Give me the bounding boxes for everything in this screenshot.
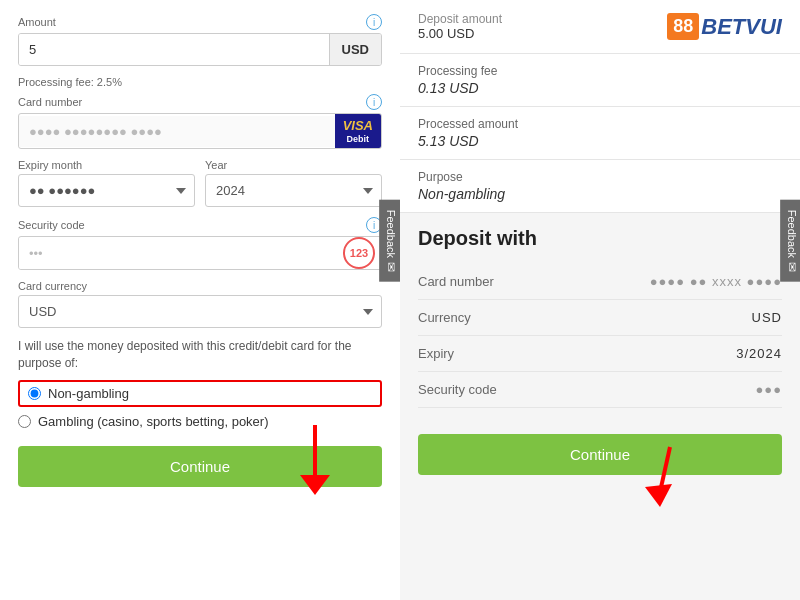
expiry-month-label: Expiry month bbox=[18, 159, 195, 171]
expiry-detail-label: Expiry bbox=[418, 346, 454, 361]
radio-non-gambling[interactable]: Non-gambling bbox=[18, 380, 382, 407]
expiry-year-group: Year 2024 bbox=[205, 159, 382, 207]
expiry-month-group: Expiry month ●● ●●●●●● bbox=[18, 159, 195, 207]
amount-info-icon[interactable]: i bbox=[366, 14, 382, 30]
processing-fee-value: 0.13 USD bbox=[418, 80, 782, 96]
security-code-detail-value: ●●● bbox=[755, 382, 782, 397]
cvv-icon: 123 bbox=[343, 237, 375, 269]
expiry-year-label: Year bbox=[205, 159, 382, 171]
envelope-icon-left: ✉ bbox=[384, 262, 398, 272]
expiry-year-select[interactable]: 2024 bbox=[205, 174, 382, 207]
arrow-down-right bbox=[640, 442, 690, 512]
right-header: Deposit amount 5.00 USD 88 BETVUI bbox=[400, 0, 800, 54]
card-input-row: VISA Debit bbox=[18, 113, 382, 149]
detail-card-number: Card number ●●●● ●● xxxx ●●●● bbox=[418, 264, 782, 300]
radio-non-gambling-label: Non-gambling bbox=[48, 386, 129, 401]
left-panel: Amount i USD Processing fee: 2.5% Card n… bbox=[0, 0, 400, 600]
detail-expiry: Expiry 3/2024 bbox=[418, 336, 782, 372]
security-code-input[interactable] bbox=[19, 238, 191, 269]
deposit-with-title: Deposit with bbox=[418, 227, 782, 250]
svg-marker-1 bbox=[300, 475, 330, 495]
card-currency-select[interactable]: USD bbox=[18, 295, 382, 328]
deposit-amount-label: Deposit amount bbox=[418, 12, 502, 26]
purpose-label: Purpose bbox=[418, 170, 782, 184]
envelope-icon-right: ✉ bbox=[785, 262, 799, 272]
right-continue-button[interactable]: Continue bbox=[418, 434, 782, 475]
processing-fee-text: Processing fee: 2.5% bbox=[18, 76, 382, 88]
feedback-label-right: Feedback bbox=[786, 210, 798, 258]
security-code-label: Security code bbox=[18, 219, 85, 231]
deposit-amount-value: 5.00 USD bbox=[418, 26, 502, 41]
feedback-label-left: Feedback bbox=[385, 210, 397, 258]
security-input-row: 123 bbox=[18, 236, 382, 270]
arrow-down-left bbox=[290, 420, 340, 500]
visa-badge: VISA Debit bbox=[335, 114, 381, 148]
amount-input[interactable] bbox=[19, 34, 329, 65]
purpose-value: Non-gambling bbox=[418, 186, 782, 202]
expiry-row: Expiry month ●● ●●●●●● Year 2024 bbox=[18, 159, 382, 207]
detail-security-code: Security code ●●● bbox=[418, 372, 782, 408]
currency-detail-value: USD bbox=[752, 310, 782, 325]
processing-fee-block: Processing fee 0.13 USD bbox=[400, 54, 800, 107]
card-currency-label: Card currency bbox=[18, 280, 382, 292]
security-code-label-row: Security code i bbox=[18, 217, 382, 233]
card-number-input[interactable] bbox=[19, 116, 335, 147]
amount-currency: USD bbox=[329, 34, 381, 65]
debit-text: Debit bbox=[347, 134, 370, 145]
radio-gambling-input[interactable] bbox=[18, 415, 31, 428]
detail-currency: Currency USD bbox=[418, 300, 782, 336]
svg-marker-3 bbox=[645, 484, 672, 507]
card-number-detail-label: Card number bbox=[418, 274, 494, 289]
expiry-month-select[interactable]: ●● ●●●●●● bbox=[18, 174, 195, 207]
feedback-tab-left[interactable]: Feedback ✉ bbox=[379, 200, 400, 282]
right-panel: Deposit amount 5.00 USD 88 BETVUI Proces… bbox=[400, 0, 800, 600]
logo-brand: BETVUI bbox=[701, 14, 782, 40]
currency-detail-label: Currency bbox=[418, 310, 471, 325]
radio-gambling-label: Gambling (casino, sports betting, poker) bbox=[38, 414, 269, 429]
security-code-detail-label: Security code bbox=[418, 382, 497, 397]
card-currency-group: Card currency USD bbox=[18, 280, 382, 328]
card-number-label-row: Card number i bbox=[18, 94, 382, 110]
purpose-block: Purpose Non-gambling bbox=[400, 160, 800, 213]
card-number-group: Card number i VISA Debit bbox=[18, 94, 382, 149]
deposit-with-section: Deposit with Card number ●●●● ●● xxxx ●●… bbox=[400, 213, 800, 422]
security-code-group: Security code i 123 bbox=[18, 217, 382, 270]
amount-input-row: USD bbox=[18, 33, 382, 66]
logo: 88 BETVUI bbox=[667, 13, 782, 40]
feedback-tab-right[interactable]: Feedback ✉ bbox=[780, 200, 800, 282]
card-info-icon[interactable]: i bbox=[366, 94, 382, 110]
visa-text: VISA bbox=[343, 118, 373, 134]
summary-block-header: Deposit amount 5.00 USD bbox=[418, 12, 502, 41]
amount-label: Amount i bbox=[18, 14, 382, 30]
processing-fee-label: Processing fee bbox=[418, 64, 782, 78]
logo-num: 88 bbox=[667, 13, 699, 40]
amount-group: Amount i USD bbox=[18, 14, 382, 66]
card-number-detail-value: ●●●● ●● xxxx ●●●● bbox=[650, 274, 782, 289]
processed-amount-block: Processed amount 5.13 USD bbox=[400, 107, 800, 160]
deposit-amount-summary: Deposit amount 5.00 USD bbox=[418, 12, 502, 41]
processed-amount-label: Processed amount bbox=[418, 117, 782, 131]
expiry-detail-value: 3/2024 bbox=[736, 346, 782, 361]
purpose-text: I will use the money deposited with this… bbox=[18, 338, 382, 372]
processed-amount-value: 5.13 USD bbox=[418, 133, 782, 149]
card-number-label: Card number bbox=[18, 96, 82, 108]
radio-non-gambling-input[interactable] bbox=[28, 387, 41, 400]
